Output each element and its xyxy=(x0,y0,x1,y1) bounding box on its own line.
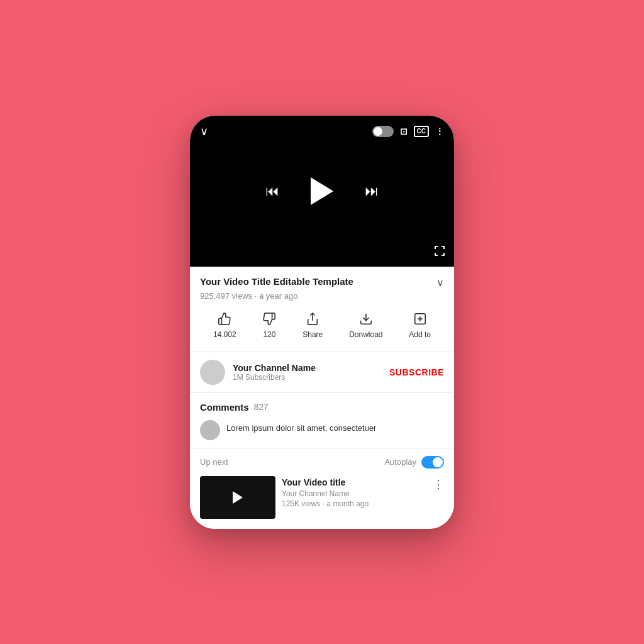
content-area: Your Video Title Editable Template ∨ 925… xyxy=(190,267,454,529)
like-button[interactable]: 14.002 xyxy=(213,312,236,339)
expand-icon[interactable]: ∨ xyxy=(436,277,444,289)
next-video-row: Your Video title Your Channel Name 125K … xyxy=(200,476,444,519)
play-icon[interactable] xyxy=(311,177,333,205)
chevron-down-icon[interactable]: ∨ xyxy=(200,125,208,138)
video-title-row: Your Video Title Editable Template ∨ xyxy=(200,275,444,289)
add-to-button[interactable]: Add to xyxy=(409,312,431,339)
comments-section: Comments 827 Lorem ipsum dolor sit amet,… xyxy=(190,393,454,448)
video-meta: 925.497 views · a year ago xyxy=(200,291,444,301)
subscribe-button[interactable]: SUBSCRIBE xyxy=(389,365,444,380)
download-label: Donwload xyxy=(349,330,382,339)
cc-icon[interactable]: CC xyxy=(414,126,429,137)
comment-row: Lorem ipsum dolor sit amet, consectetuer xyxy=(200,420,444,440)
download-button[interactable]: Donwload xyxy=(349,312,382,339)
up-next-header: Up next Autoplay xyxy=(200,456,444,469)
comments-label: Comments xyxy=(200,402,249,413)
download-icon xyxy=(359,312,373,328)
next-video-info: Your Video title Your Channel Name 125K … xyxy=(282,476,426,508)
cast-icon[interactable]: ⊡ xyxy=(400,126,408,136)
video-title: Your Video Title Editable Template xyxy=(200,275,431,288)
thumbup-icon xyxy=(218,312,231,328)
video-info-section: Your Video Title Editable Template ∨ 925… xyxy=(190,267,454,352)
channel-name: Your Channel Name xyxy=(233,363,389,373)
comments-header: Comments 827 xyxy=(200,402,444,413)
autoplay-toggle[interactable] xyxy=(421,456,444,469)
comments-count: 827 xyxy=(254,402,269,412)
next-video-title: Your Video title xyxy=(282,477,426,487)
comment-text: Lorem ipsum dolor sit amet, consectetuer xyxy=(226,420,376,434)
pause-toggle-icon[interactable] xyxy=(372,126,394,137)
progress-indicator xyxy=(194,525,201,529)
phone-device: ∨ ⊡ CC ⋮ ⏮ ⏭ Your Video Title Ed xyxy=(190,116,454,529)
video-top-right-controls: ⊡ CC ⋮ xyxy=(372,126,444,137)
more-options-icon[interactable]: ⋮ xyxy=(435,126,444,136)
next-video-meta: 125K views · a month ago xyxy=(282,499,426,508)
skip-next-icon[interactable]: ⏭ xyxy=(365,183,379,199)
up-next-label: Up next xyxy=(200,457,228,467)
like-count: 14.002 xyxy=(213,330,236,339)
next-video-more-icon[interactable]: ⋮ xyxy=(433,476,444,492)
autoplay-row: Autoplay xyxy=(384,456,444,469)
video-playback-controls: ⏮ ⏭ xyxy=(265,177,379,205)
next-video-play-icon xyxy=(233,491,243,504)
video-player: ∨ ⊡ CC ⋮ ⏮ ⏭ xyxy=(190,116,454,267)
channel-row: Your Channel Name 1M Subscribers SUBSCRI… xyxy=(190,352,454,393)
share-label: Share xyxy=(303,330,323,339)
add-to-label: Add to xyxy=(409,330,431,339)
thumbdown-icon xyxy=(262,312,276,328)
share-button[interactable]: Share xyxy=(303,312,323,339)
up-next-section: Up next Autoplay Your Video title Your C… xyxy=(190,448,454,529)
dislike-button[interactable]: 120 xyxy=(262,312,276,339)
channel-avatar[interactable] xyxy=(200,360,225,385)
dislike-count: 120 xyxy=(263,330,275,339)
addto-icon xyxy=(413,312,427,328)
fullscreen-icon[interactable] xyxy=(434,245,445,259)
comment-avatar xyxy=(200,420,220,440)
channel-subscribers: 1M Subscribers xyxy=(233,373,389,382)
autoplay-label: Autoplay xyxy=(384,457,416,467)
action-buttons-row: 14.002 120 xyxy=(200,309,444,345)
share-icon xyxy=(306,312,319,328)
next-video-thumbnail[interactable] xyxy=(200,476,275,519)
skip-previous-icon[interactable]: ⏮ xyxy=(265,183,279,199)
video-top-bar: ∨ ⊡ CC ⋮ xyxy=(190,116,454,143)
next-video-channel: Your Channel Name xyxy=(282,489,426,498)
channel-info: Your Channel Name 1M Subscribers xyxy=(233,363,389,382)
